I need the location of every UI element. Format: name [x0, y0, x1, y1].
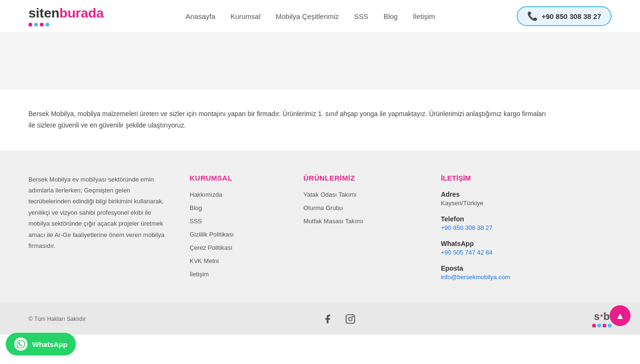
logo-dot-blue2 [46, 23, 49, 27]
svg-rect-0 [346, 314, 355, 323]
logo-dot-blue [34, 23, 38, 27]
list-item: SSS [190, 217, 284, 225]
link-sss[interactable]: SSS [190, 218, 202, 225]
phone-icon: 📞 [527, 11, 538, 21]
list-item: Yatak Odası Takımı [303, 191, 422, 198]
whatsapp-value[interactable]: +90 505 747 42 84 [441, 249, 493, 256]
whatsapp-label: WhatsApp [441, 240, 583, 247]
phone-button[interactable]: 📞 +90 850 308 38 27 [517, 6, 612, 26]
eposta-label: Eposta [441, 264, 583, 272]
footer-kurumsal: KURUMSAL Hakkımızda Blog SSS Gizlilik Po… [190, 174, 284, 289]
header: sitenburada Anasayfa Kurumsal Mobilya Çe… [0, 0, 640, 33]
nav-kurumsal[interactable]: Kurumsal [230, 12, 260, 20]
sb-dot-blue2 [608, 324, 612, 328]
copyright-text: © Tüm Hakları Saklıdır [28, 316, 86, 322]
eposta-value[interactable]: info@bersekmobilya.com [441, 273, 510, 281]
sitenburada-logo: s·b [592, 310, 612, 328]
footer-bottom: © Tüm Hakları Saklıdır s·b [0, 303, 640, 335]
list-item: Oturma Grubu [303, 204, 422, 211]
sb-dot-blue [597, 324, 601, 328]
facebook-icon[interactable] [321, 312, 334, 326]
list-item: Gizlilik Politikası [190, 230, 284, 238]
description-section: Bersek Mobilya, mobilya malzemeleri üret… [0, 90, 640, 150]
footer-grid: Bersek Mobilya ev mobilyası sektöründe e… [28, 174, 612, 289]
urunlerimiz-list: Yatak Odası Takımı Oturma Grubu Mutfak M… [303, 191, 422, 225]
nav-anasayfa[interactable]: Anasayfa [186, 12, 216, 20]
list-item: İletişim [190, 270, 284, 278]
adres-value: Kayseri/Türkiye [441, 200, 484, 207]
telefon-label: Telefon [441, 215, 583, 223]
nav-mobilya[interactable]: Mobilya Çeşitlerimiz [276, 12, 339, 20]
urunlerimiz-heading: ÜRÜNLERİMİZ [303, 174, 422, 182]
footer-iletisim: İLETİŞİM Adres Kayseri/Türkiye Telefon +… [441, 174, 583, 289]
whatsapp-button[interactable]: WhatsApp [6, 333, 76, 335]
list-item: KVK Metni [190, 257, 284, 264]
svg-point-1 [348, 317, 352, 320]
footer-content: Bersek Mobilya ev mobilyası sektöründe e… [0, 150, 640, 303]
kurumsal-heading: KURUMSAL [190, 174, 284, 182]
description-text: Bersek Mobilya, mobilya malzemeleri üret… [28, 109, 550, 131]
footer-about: Bersek Mobilya ev mobilyası sektöründe e… [28, 174, 171, 289]
link-blog[interactable]: Blog [190, 204, 202, 211]
sb-dot-pink [592, 324, 596, 328]
list-item: Mutfak Masası Takımı [303, 217, 422, 225]
link-cerez[interactable]: Çerez Politikası [190, 244, 232, 251]
footer: Bersek Mobilya ev mobilyası sektöründe e… [0, 150, 640, 335]
main-nav: Anasayfa Kurumsal Mobilya Çeşitlerimiz S… [186, 12, 435, 20]
link-yatak[interactable]: Yatak Odası Takımı [303, 191, 357, 198]
list-item: Hakkımızda [190, 191, 284, 198]
logo-dot-pink2 [40, 23, 44, 27]
list-item: Blog [190, 204, 284, 211]
scroll-top-icon: ▲ [615, 310, 625, 321]
list-item: Çerez Politikası [190, 244, 284, 251]
social-icons [321, 312, 357, 326]
logo-burada: burada [59, 6, 103, 20]
nav-sss[interactable]: SSS [354, 12, 368, 20]
footer-about-text: Bersek Mobilya ev mobilyası sektöründe e… [28, 174, 171, 252]
nav-iletisim[interactable]: İletişim [413, 12, 435, 20]
link-hakkimizda[interactable]: Hakkımızda [190, 191, 222, 198]
scroll-top-button[interactable]: ▲ [610, 305, 631, 326]
link-oturma[interactable]: Oturma Grubu [303, 204, 343, 211]
link-iletisim[interactable]: İletişim [190, 271, 209, 278]
logo-dot-pink [28, 23, 32, 27]
link-gizlilik[interactable]: Gizlilik Politikası [190, 231, 234, 238]
sb-dot-pink2 [603, 324, 606, 328]
contact-adres: Adres Kayseri/Türkiye [441, 191, 583, 207]
hero-area [0, 33, 640, 90]
footer-urunlerimiz: ÜRÜNLERİMİZ Yatak Odası Takımı Oturma Gr… [303, 174, 422, 289]
phone-number: +90 850 308 38 27 [541, 12, 601, 20]
kurumsal-list: Hakkımızda Blog SSS Gizlilik Politikası … [190, 191, 284, 278]
link-kvk[interactable]: KVK Metni [190, 257, 219, 264]
contact-eposta: Eposta info@bersekmobilya.com [441, 264, 583, 281]
contact-telefon: Telefon +90 850 308 38 27 [441, 215, 583, 231]
link-mutfak[interactable]: Mutfak Masası Takımı [303, 218, 363, 225]
logo[interactable]: sitenburada [28, 6, 104, 27]
svg-point-2 [352, 316, 353, 317]
iletisim-heading: İLETİŞİM [441, 174, 583, 182]
nav-blog[interactable]: Blog [384, 12, 398, 20]
adres-label: Adres [441, 191, 583, 198]
contact-whatsapp: WhatsApp +90 505 747 42 84 [441, 240, 583, 256]
telefon-value[interactable]: +90 850 308 38 27 [441, 224, 493, 231]
instagram-icon[interactable] [344, 312, 357, 326]
logo-siten: siten [28, 6, 59, 20]
